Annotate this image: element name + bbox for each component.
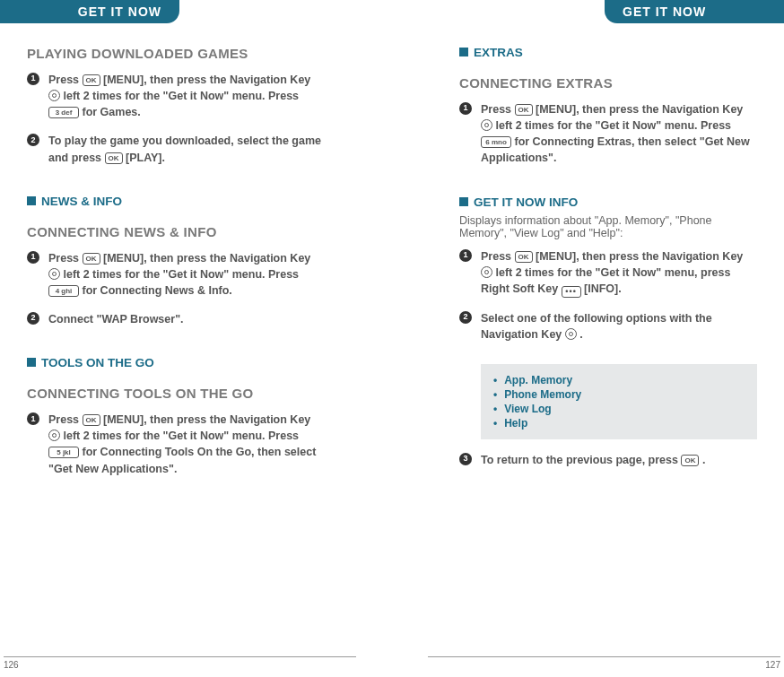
- text: [INFO].: [581, 282, 622, 295]
- ok-key-icon: OK: [681, 455, 699, 466]
- square-bullet-icon: [459, 48, 468, 56]
- step-number: 2: [27, 312, 39, 325]
- text: GET IT NOW INFO: [474, 195, 578, 209]
- key-5-icon: 5 jkl: [48, 447, 79, 458]
- nav-key-icon: [48, 268, 60, 280]
- step: 1 Press OK [MENU], then press the Naviga…: [27, 72, 325, 133]
- option-item: App. Memory: [493, 373, 745, 387]
- ok-key-icon: OK: [105, 152, 123, 164]
- step: 1 Press OK [MENU], then press the Naviga…: [27, 412, 325, 490]
- steps-info-cont: 3 To return to the previous page, press …: [459, 452, 757, 481]
- step: 2 Select one of the following options wi…: [459, 310, 757, 355]
- step-number: 1: [27, 73, 39, 85]
- header-tab-left: GET IT NOW: [0, 0, 179, 23]
- text: Press: [48, 252, 83, 265]
- option-item: View Log: [493, 402, 745, 416]
- text: for Connecting Tools On the Go, then sel…: [48, 446, 316, 474]
- page-right: GET IT NOW EXTRAS CONNECTING EXTRAS 1 Pr…: [392, 0, 784, 677]
- text: [MENU], then press the Navigation Key: [100, 413, 311, 426]
- text: [MENU], then press the Navigation Key: [533, 103, 744, 116]
- step-number: 2: [459, 311, 472, 324]
- page-left: GET IT NOW PLAYING DOWNLOADED GAMES 1 Pr…: [0, 0, 392, 677]
- text: Press: [48, 74, 83, 86]
- step-number: 1: [459, 249, 472, 262]
- text: for Connecting Extras, then select "Get …: [481, 135, 750, 164]
- heading-playing-games: PLAYING DOWNLOADED GAMES: [27, 46, 325, 61]
- step: 3 To return to the previous page, press …: [459, 452, 757, 481]
- manual-spread: GET IT NOW PLAYING DOWNLOADED GAMES 1 Pr…: [0, 0, 784, 677]
- key-3-icon: 3 def: [48, 107, 79, 118]
- heading-connecting-extras: CONNECTING EXTRAS: [459, 75, 757, 91]
- page-number-right: 127: [428, 656, 780, 670]
- text: for Connecting News & Info.: [79, 284, 232, 297]
- nav-key-icon: [48, 90, 60, 101]
- subheading-news-info: NEWS & INFO: [27, 195, 325, 208]
- text: [MENU], then press the Navigation Key: [533, 250, 744, 263]
- steps-info: 1 Press OK [MENU], then press the Naviga…: [459, 248, 757, 356]
- text: .: [577, 328, 583, 341]
- text: Press: [48, 413, 83, 426]
- square-bullet-icon: [27, 196, 36, 205]
- text: TOOLS ON THE GO: [41, 356, 154, 369]
- steps-extras: 1 Press OK [MENU], then press the Naviga…: [459, 101, 757, 179]
- page-number-left: 126: [4, 656, 356, 670]
- options-box: App. Memory Phone Memory View Log Help: [481, 364, 757, 439]
- square-bullet-icon: [459, 197, 468, 206]
- step-number: 1: [459, 102, 472, 115]
- ok-key-icon: OK: [515, 104, 533, 116]
- text: EXTRAS: [474, 46, 523, 59]
- subheading-get-it-now-info: GET IT NOW INFO: [459, 195, 757, 209]
- step: 2 To play the game you downloaded, selec…: [27, 133, 325, 178]
- text: left 2 times for the "Get it Now" menu. …: [60, 268, 299, 281]
- ok-key-icon: OK: [515, 251, 533, 263]
- steps-news: 1 Press OK [MENU], then press the Naviga…: [27, 250, 325, 341]
- text: for Games.: [79, 106, 141, 118]
- step: 1 Press OK [MENU], then press the Naviga…: [459, 101, 757, 179]
- text: NEWS & INFO: [41, 195, 122, 208]
- heading-connecting-tools: CONNECTING TOOLS ON THE GO: [27, 386, 325, 401]
- text: Select one of the following options with…: [481, 312, 712, 341]
- ok-key-icon: OK: [83, 253, 100, 265]
- text: [MENU], then press the Navigation Key: [100, 252, 311, 265]
- text: Press: [481, 250, 515, 263]
- step: 1 Press OK [MENU], then press the Naviga…: [27, 250, 325, 311]
- nav-key-icon: [48, 430, 60, 441]
- text: To play the game you downloaded, select …: [48, 135, 321, 163]
- header-tab-right: GET IT NOW: [605, 0, 784, 23]
- text: [PLAY].: [123, 152, 165, 164]
- text: [MENU], then press the Navigation Key: [100, 74, 311, 86]
- text: left 2 times for the "Get it Now" menu. …: [60, 430, 299, 442]
- text: left 2 times for the "Get it Now" menu. …: [60, 90, 299, 102]
- text: Press: [481, 103, 515, 116]
- step-number: 1: [27, 412, 39, 425]
- text: left 2 times for the "Get it Now" menu. …: [492, 119, 731, 132]
- nav-key-icon: [481, 266, 492, 278]
- step: 1 Press OK [MENU], then press the Naviga…: [459, 248, 757, 310]
- info-lead-text: Displays information about "App. Memory"…: [459, 214, 757, 239]
- soft-key-dots-icon: •••: [562, 286, 581, 298]
- text: To return to the previous page, press: [481, 454, 681, 466]
- step: 2 Connect "WAP Browser".: [27, 311, 325, 340]
- step-number: 3: [459, 453, 472, 465]
- subheading-extras: EXTRAS: [459, 46, 757, 59]
- option-item: Phone Memory: [493, 387, 745, 402]
- text: Connect "WAP Browser".: [48, 313, 184, 325]
- ok-key-icon: OK: [83, 414, 100, 426]
- key-4-icon: 4 ghi: [48, 285, 79, 297]
- ok-key-icon: OK: [83, 74, 100, 86]
- heading-connecting-news: CONNECTING NEWS & INFO: [27, 224, 325, 239]
- nav-key-icon: [481, 119, 492, 131]
- key-6-icon: 6 mno: [481, 136, 511, 148]
- step-number: 1: [27, 251, 39, 264]
- text: .: [699, 454, 705, 466]
- subheading-tools: TOOLS ON THE GO: [27, 356, 325, 369]
- steps-playing-games: 1 Press OK [MENU], then press the Naviga…: [27, 72, 325, 178]
- nav-key-icon: [565, 328, 577, 340]
- option-item: Help: [493, 416, 745, 430]
- square-bullet-icon: [27, 358, 36, 367]
- step-number: 2: [27, 134, 39, 146]
- steps-tools: 1 Press OK [MENU], then press the Naviga…: [27, 412, 325, 490]
